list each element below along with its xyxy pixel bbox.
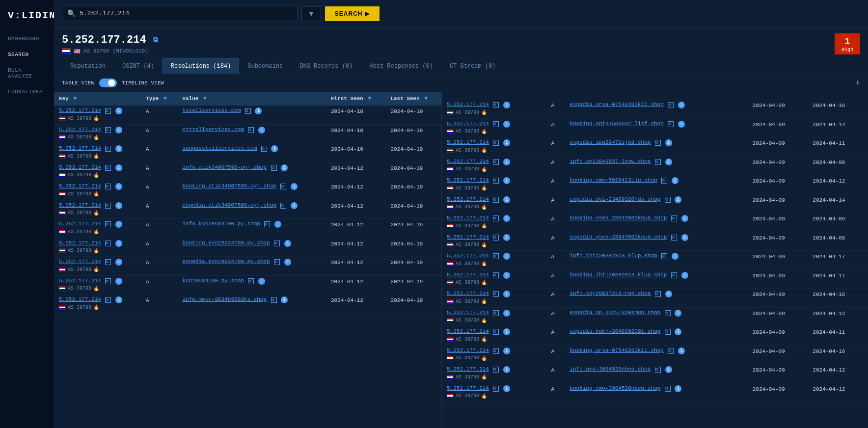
info-icon[interactable]: i: [503, 139, 510, 146]
copy-icon[interactable]: ⧉: [493, 329, 499, 335]
domain-info-icon[interactable]: i: [665, 159, 672, 165]
ip-link[interactable]: 5.252.177.214: [447, 272, 489, 278]
view-toggle[interactable]: [99, 79, 117, 87]
info-icon[interactable]: i: [503, 159, 510, 165]
tab-subdomains[interactable]: Subdomains: [239, 58, 291, 74]
domain-copy-icon[interactable]: ⧉: [665, 197, 671, 203]
domain-link[interactable]: booking.ursa-07548203kli.shop: [570, 348, 663, 353]
domain-link[interactable]: txtollservices.com: [182, 107, 241, 113]
tab-host-responses[interactable]: Host Responses (0): [361, 58, 441, 74]
domain-info-icon[interactable]: i: [258, 278, 265, 285]
copy-icon[interactable]: ⧉: [105, 221, 111, 227]
info-icon[interactable]: i: [503, 272, 510, 279]
search-input-wrapper[interactable]: 🔍: [62, 6, 298, 21]
domain-link[interactable]: expedia.op-20257320smun.shop: [570, 310, 660, 316]
ip-link[interactable]: 5.252.177.214: [447, 215, 489, 221]
copy-icon[interactable]: ⧉: [493, 178, 499, 184]
ip-link[interactable]: 5.252.177.214: [447, 310, 489, 316]
domain-info-icon[interactable]: i: [672, 253, 678, 260]
domain-link[interactable]: booking.jhi120382813-klup.shop: [570, 272, 667, 278]
domain-link[interactable]: expedia.dvi-23489320fds.shop: [570, 196, 660, 202]
first-seen-sort-icon[interactable]: ▼: [368, 96, 372, 102]
ip-link[interactable]: 5.252.177.214: [447, 196, 489, 202]
key-sort-icon[interactable]: ▼: [73, 96, 77, 102]
info-icon[interactable]: i: [503, 366, 510, 373]
ip-link[interactable]: 5.252.177.214: [59, 296, 101, 302]
domain-copy-icon[interactable]: ⧉: [655, 159, 661, 165]
domain-info-icon[interactable]: i: [675, 385, 681, 392]
domain-link[interactable]: booking.atik34907598-oyj.shop: [182, 183, 276, 189]
domain-copy-icon[interactable]: ⧉: [655, 367, 661, 373]
copy-icon[interactable]: ⧉: [493, 140, 499, 146]
info-icon[interactable]: i: [115, 240, 122, 247]
domain-copy-icon[interactable]: ⧉: [671, 272, 677, 278]
domain-link[interactable]: booking.vsek-28943502knup.shop: [570, 215, 667, 221]
domain-copy-icon[interactable]: ⧉: [274, 259, 280, 265]
ip-link[interactable]: 5.252.177.214: [447, 348, 489, 353]
ip-link[interactable]: 5.252.177.214: [447, 159, 489, 164]
copy-ip-icon[interactable]: ⧉: [153, 36, 158, 44]
info-icon[interactable]: i: [503, 196, 510, 203]
ip-link[interactable]: 5.252.177.214: [59, 183, 101, 189]
search-input[interactable]: [80, 10, 292, 17]
info-icon[interactable]: i: [503, 215, 510, 222]
copy-icon[interactable]: ⧉: [493, 253, 499, 259]
domain-copy-icon[interactable]: ⧉: [661, 253, 667, 259]
domain-info-icon[interactable]: i: [675, 328, 681, 335]
search-button[interactable]: SEARCH ▶: [325, 6, 380, 21]
tab-ct-stream[interactable]: CT Stream (0): [441, 58, 504, 74]
domain-copy-icon[interactable]: ⧉: [665, 386, 671, 392]
domain-link[interactable]: booking.kyo28934700-py.shop: [182, 240, 270, 246]
copy-icon[interactable]: ⧉: [105, 108, 111, 114]
copy-icon[interactable]: ⧉: [493, 215, 499, 221]
domain-info-icon[interactable]: i: [258, 127, 265, 134]
domain-link[interactable]: info.kyo28934700-py.shop: [182, 221, 260, 227]
domain-copy-icon[interactable]: ⧉: [280, 184, 286, 189]
copy-icon[interactable]: ⧉: [493, 197, 499, 203]
copy-icon[interactable]: ⧉: [105, 184, 111, 189]
domain-copy-icon[interactable]: ⧉: [668, 348, 674, 354]
domain-link[interactable]: sunpasstollservices.com: [182, 145, 257, 151]
info-icon[interactable]: i: [503, 177, 510, 184]
domain-info-icon[interactable]: i: [678, 348, 685, 354]
domain-link[interactable]: info.smi3049657-losw.shop: [570, 159, 651, 164]
domain-copy-icon[interactable]: ⧉: [655, 140, 661, 146]
ip-link[interactable]: 5.252.177.214: [447, 139, 489, 145]
copy-icon[interactable]: ⧉: [105, 165, 111, 171]
last-seen-sort-icon[interactable]: ▼: [424, 96, 428, 102]
ip-link[interactable]: 5.252.177.214: [447, 177, 489, 183]
domain-copy-icon[interactable]: ⧉: [271, 297, 277, 303]
domain-copy-icon[interactable]: ⧉: [665, 329, 671, 335]
copy-icon[interactable]: ⧉: [493, 310, 499, 316]
domain-copy-icon[interactable]: ⧉: [264, 221, 270, 227]
info-icon[interactable]: i: [503, 385, 510, 392]
copy-icon[interactable]: ⧉: [493, 159, 499, 165]
copy-icon[interactable]: ⧉: [493, 386, 499, 392]
ip-link[interactable]: 5.252.177.214: [59, 240, 101, 246]
domain-info-icon[interactable]: i: [255, 107, 262, 114]
info-icon[interactable]: i: [115, 296, 122, 303]
info-icon[interactable]: i: [115, 183, 122, 190]
domain-info-icon[interactable]: i: [681, 234, 688, 241]
domain-link[interactable]: expedia.ysek-28943502knup.shop: [570, 234, 667, 240]
ip-link[interactable]: 5.252.177.214: [447, 291, 489, 296]
domain-info-icon[interactable]: i: [281, 164, 288, 171]
domain-copy-icon[interactable]: ⧉: [661, 178, 667, 184]
domain-info-icon[interactable]: i: [678, 102, 685, 108]
sidebar-item-lookalikes[interactable]: LOOKALIKES: [0, 84, 54, 100]
domain-info-icon[interactable]: i: [681, 215, 688, 222]
copy-icon[interactable]: ⧉: [105, 278, 111, 284]
domain-info-icon[interactable]: i: [274, 221, 281, 228]
domain-copy-icon[interactable]: ⧉: [280, 203, 286, 209]
copy-icon[interactable]: ⧉: [493, 121, 499, 127]
domain-copy-icon[interactable]: ⧉: [655, 291, 661, 297]
domain-link[interactable]: expedia.kden-2048292091.shop: [570, 328, 660, 334]
copy-icon[interactable]: ⧉: [493, 272, 499, 278]
domain-copy-icon[interactable]: ⧉: [271, 165, 277, 171]
info-icon[interactable]: i: [115, 259, 122, 266]
info-icon[interactable]: i: [503, 310, 510, 317]
copy-icon[interactable]: ⧉: [105, 241, 111, 246]
download-icon[interactable]: ⬇: [855, 78, 860, 88]
copy-icon[interactable]: ⧉: [493, 367, 499, 373]
ip-link[interactable]: 5.252.177.214: [59, 259, 101, 265]
